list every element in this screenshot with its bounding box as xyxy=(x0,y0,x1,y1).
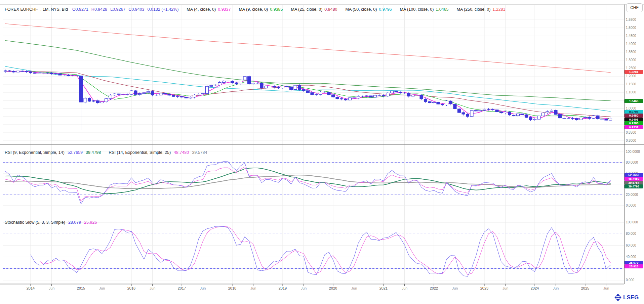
ma-legend-value: 0.9480 xyxy=(324,7,337,12)
time-axis-year-label: 2022 xyxy=(426,286,442,290)
ma-legend-value: 0.9385 xyxy=(270,7,283,12)
rsi-lines xyxy=(5,162,610,204)
time-axis-year-label: 2020 xyxy=(325,286,341,290)
price-badge: 0.9385 xyxy=(625,121,643,125)
ma-legend-item[interactable]: MA (50, close, 0)0.9796 xyxy=(346,7,392,12)
chart-window: FOREX EURCHF=, 1M, NYS, Bid O0.9271H0.94… xyxy=(0,0,644,304)
time-axis-month-label: Jun xyxy=(94,286,110,290)
rsi-pane-header[interactable]: RSI (9, Exponential, Simple, 14) 52.7659… xyxy=(5,150,207,155)
rsi-2-signal-value: 39.5784 xyxy=(192,150,207,155)
time-axis-month-label: Jun xyxy=(246,286,261,290)
time-axis-year-label: 2025 xyxy=(577,286,593,290)
price-badge: 0.9337 xyxy=(625,125,643,129)
axis-label: 0.8000 xyxy=(626,139,636,143)
ohlc-value: C0.9403 xyxy=(128,7,144,12)
instrument-label[interactable]: FOREX EURCHF=, 1M, NYS, Bid xyxy=(5,7,68,12)
axis-label: 1.2000 xyxy=(626,74,636,78)
stochastic-k-value: 28.079 xyxy=(68,220,81,225)
ma-legend-item[interactable]: MA (100, close, 0)1.0465 xyxy=(400,7,449,12)
stochastic-d-value: 25.926 xyxy=(84,220,97,225)
axis-label: 1.5500 xyxy=(626,18,636,22)
time-axis-month-label: Jun xyxy=(548,286,564,290)
pane-frames xyxy=(0,5,644,286)
time-axis-month-label: Jun xyxy=(498,286,513,290)
axis-label: 1.1500 xyxy=(626,82,636,86)
price-badge: 1.0465 xyxy=(625,99,643,103)
rsi-badge: 48.7480 xyxy=(625,177,643,181)
axis-label: 1.4000 xyxy=(626,42,636,46)
axis-label: 60.000 xyxy=(626,244,636,248)
price-badge: 1.2281 xyxy=(625,70,643,74)
overbought-oversold-levels xyxy=(3,163,624,269)
axis-label: 1.3000 xyxy=(626,58,636,62)
axis-label: 80.000 xyxy=(626,232,636,236)
time-axis-month-label: Jun xyxy=(347,286,362,290)
lseg-logo-text: LSEG xyxy=(623,294,639,301)
rsi-1-value: 52.7659 xyxy=(68,150,83,155)
time-axis-year-label: 2016 xyxy=(124,286,139,290)
axis-label: 20.0000 xyxy=(626,193,638,197)
ohlc-value: O0.9271 xyxy=(72,7,88,12)
axis-label: 40.000 xyxy=(626,255,636,259)
time-axis-month-label: Jun xyxy=(296,286,312,290)
price-badge: 0.9796 xyxy=(625,110,643,114)
ma-legend-item[interactable]: MA (4, close, 0)0.9337 xyxy=(187,7,231,12)
ohlc-value: 0.0132 (+1.42%) xyxy=(148,7,179,12)
stochastic-badge: 25.926 xyxy=(625,264,643,268)
candles-series xyxy=(4,70,612,130)
ohlc-values: O0.9271H0.9428L0.9267C0.94030.0132 (+1.4… xyxy=(72,7,178,12)
stochastic-label: Stochastic Slow (5, 3, 3, Simple) xyxy=(5,220,65,225)
time-axis-year-label: 2019 xyxy=(275,286,290,290)
time-axis-year-label: 2024 xyxy=(527,286,542,290)
ohlc-value: H0.9428 xyxy=(91,7,107,12)
rsi-badge: 52.7659 xyxy=(625,173,643,177)
axis-label: 100.000 xyxy=(626,220,638,224)
price-badge: 0.9403 xyxy=(625,118,643,122)
ma-legend-label: MA (9, close, 0) xyxy=(239,7,268,12)
ma-legend-value: 0.9337 xyxy=(218,7,231,12)
time-axis-month-label: Jun xyxy=(447,286,463,290)
rsi-2-value: 48.7480 xyxy=(174,150,189,155)
axis-label: 1.4500 xyxy=(626,34,636,38)
ma-legend-label: MA (4, close, 0) xyxy=(187,7,216,12)
rsi-1-label: RSI (9, Exponential, Simple, 14) xyxy=(5,150,65,155)
time-axis-year-label: 2023 xyxy=(477,286,492,290)
rsi-2-label: RSI (14, Exponential, Simple, 25) xyxy=(109,150,171,155)
time-axis-year-label: 2017 xyxy=(174,286,190,290)
stochastic-pane-header[interactable]: Stochastic Slow (5, 3, 3, Simple) 28.079… xyxy=(5,220,97,225)
ohlc-value: L0.9267 xyxy=(110,7,125,12)
time-axis-month-label: Jun xyxy=(44,286,59,290)
ma-legend-value: 1.0465 xyxy=(436,7,448,12)
rsi-badge: 39.5784 xyxy=(625,181,643,185)
axis-label: 1.1000 xyxy=(626,90,636,94)
ma-legend-value: 0.9796 xyxy=(379,7,392,12)
time-axis-year-label: 2021 xyxy=(376,286,391,290)
axis-label: 1.3500 xyxy=(626,50,636,54)
time-axis-month-label: Jun xyxy=(145,286,160,290)
price-badge: 0.9480 xyxy=(625,114,643,118)
axis-label: 0.000 xyxy=(626,278,634,282)
ma-legend-item[interactable]: MA (250, close, 0)1.2281 xyxy=(457,7,506,12)
axis-label: 100.0000 xyxy=(626,150,640,154)
time-axis-year-label: 2018 xyxy=(225,286,240,290)
time-axis-month-label: Jun xyxy=(195,286,211,290)
lseg-logo: LSEG xyxy=(614,294,639,301)
grid-lines xyxy=(3,5,624,284)
currency-button[interactable]: CHF xyxy=(626,3,643,12)
time-axis-year-label: 2015 xyxy=(73,286,89,290)
time-axis-year-label: 2014 xyxy=(23,286,38,290)
ma-legend-label: MA (50, close, 0) xyxy=(346,7,377,12)
ma-legend-label: MA (250, close, 0) xyxy=(457,7,491,12)
ma-legend: MA (4, close, 0)0.9337MA (9, close, 0)0.… xyxy=(178,7,505,12)
rsi-badge: 39.4798 xyxy=(625,184,643,188)
chart-header: FOREX EURCHF=, 1M, NYS, Bid O0.9271H0.94… xyxy=(5,6,506,12)
axis-label: 0.8500 xyxy=(626,131,636,135)
axis-label: 80.0000 xyxy=(626,161,638,165)
ma-legend-label: MA (25, close, 0) xyxy=(291,7,323,12)
ma-legend-item[interactable]: MA (9, close, 0)0.9385 xyxy=(239,7,283,12)
moving-average-lines xyxy=(5,24,610,119)
lseg-crest-icon xyxy=(614,294,622,301)
ma-legend-value: 1.2281 xyxy=(492,7,505,12)
ma-legend-item[interactable]: MA (25, close, 0)0.9480 xyxy=(291,7,337,12)
time-axis-month-label: Jun xyxy=(599,286,614,290)
